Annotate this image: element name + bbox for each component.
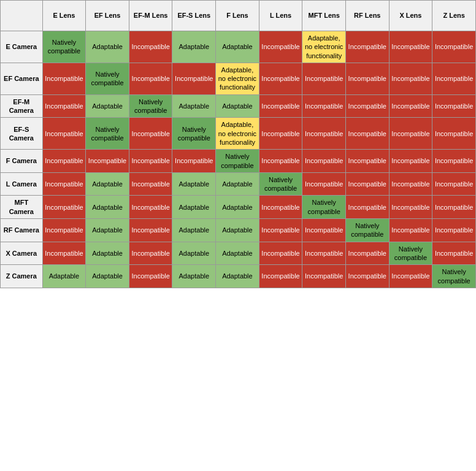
- row-label-mft-camera: MFT Camera: [1, 196, 43, 219]
- cell-8-6: Incompatible: [302, 242, 346, 265]
- table-row: EF CameraIncompatibleNatively compatible…: [1, 63, 476, 94]
- column-header-e-lens: E Lens: [42, 1, 86, 31]
- cell-4-8: Incompatible: [389, 150, 432, 173]
- table-row: X CameraIncompatibleAdaptableIncompatibl…: [1, 242, 476, 265]
- cell-6-7: Incompatible: [345, 196, 389, 219]
- cell-2-1: Adaptable: [86, 94, 129, 118]
- cell-8-0: Incompatible: [42, 242, 86, 265]
- compatibility-table: E LensEF LensEF-M LensEF-S LensF LensL L…: [0, 0, 476, 288]
- table-row: L CameraIncompatibleAdaptableIncompatibl…: [1, 172, 476, 196]
- cell-7-7: Natively compatible: [345, 219, 389, 242]
- cell-7-9: Incompatible: [432, 219, 476, 242]
- cell-9-5: Incompatible: [259, 265, 302, 288]
- cell-7-3: Adaptable: [172, 219, 216, 242]
- row-label-ef-s-camera: EF-S Camera: [1, 118, 43, 150]
- corner-header: [1, 1, 43, 31]
- table-row: Z CameraAdaptableAdaptableIncompatibleAd…: [1, 265, 476, 288]
- cell-7-8: Incompatible: [389, 219, 432, 242]
- cell-5-3: Adaptable: [172, 172, 216, 196]
- row-label-x-camera: X Camera: [1, 242, 43, 265]
- cell-2-4: Adaptable: [216, 94, 259, 118]
- cell-3-7: Incompatible: [345, 118, 389, 150]
- cell-3-2: Incompatible: [129, 118, 172, 150]
- cell-4-3: Incompatible: [172, 150, 216, 173]
- cell-8-2: Incompatible: [129, 242, 172, 265]
- cell-6-9: Incompatible: [432, 196, 476, 219]
- cell-3-9: Incompatible: [432, 118, 476, 150]
- cell-6-5: Incompatible: [259, 196, 302, 219]
- cell-0-5: Incompatible: [259, 31, 302, 63]
- header-row: E LensEF LensEF-M LensEF-S LensF LensL L…: [1, 1, 476, 31]
- table-row: MFT CameraIncompatibleAdaptableIncompati…: [1, 196, 476, 219]
- cell-8-4: Adaptable: [216, 242, 259, 265]
- cell-4-4: Natively compatible: [216, 150, 259, 173]
- row-label-l-camera: L Camera: [1, 172, 43, 196]
- column-header-ef-lens: EF Lens: [86, 1, 129, 31]
- cell-9-6: Incompatible: [302, 265, 346, 288]
- cell-5-9: Incompatible: [432, 172, 476, 196]
- cell-3-8: Incompatible: [389, 118, 432, 150]
- cell-2-6: Incompatible: [302, 94, 346, 118]
- cell-7-0: Incompatible: [42, 219, 86, 242]
- table-row: EF-M CameraIncompatibleAdaptableNatively…: [1, 94, 476, 118]
- cell-6-1: Adaptable: [86, 196, 129, 219]
- cell-2-7: Incompatible: [345, 94, 389, 118]
- cell-4-7: Incompatible: [345, 150, 389, 173]
- cell-4-2: Incompatible: [129, 150, 172, 173]
- cell-6-2: Incompatible: [129, 196, 172, 219]
- column-header-ef-s-lens: EF-S Lens: [172, 1, 216, 31]
- column-header-f-lens: F Lens: [216, 1, 259, 31]
- cell-5-6: Incompatible: [302, 172, 346, 196]
- table-row: RF CameraIncompatibleAdaptableIncompatib…: [1, 219, 476, 242]
- cell-7-4: Adaptable: [216, 219, 259, 242]
- cell-6-0: Incompatible: [42, 196, 86, 219]
- cell-6-6: Natively compatible: [302, 196, 346, 219]
- cell-8-8: Natively compatible: [389, 242, 432, 265]
- cell-7-5: Incompatible: [259, 219, 302, 242]
- cell-4-0: Incompatible: [42, 150, 86, 173]
- cell-9-7: Incompatible: [345, 265, 389, 288]
- row-label-ef-camera: EF Camera: [1, 63, 43, 94]
- cell-9-2: Incompatible: [129, 265, 172, 288]
- cell-8-5: Incompatible: [259, 242, 302, 265]
- column-header-mft-lens: MFT Lens: [302, 1, 346, 31]
- cell-7-6: Incompatible: [302, 219, 346, 242]
- cell-8-7: Incompatible: [345, 242, 389, 265]
- cell-9-9: Natively compatible: [432, 265, 476, 288]
- cell-4-9: Incompatible: [432, 150, 476, 173]
- cell-8-3: Adaptable: [172, 242, 216, 265]
- cell-6-4: Adaptable: [216, 196, 259, 219]
- cell-9-1: Adaptable: [86, 265, 129, 288]
- cell-0-2: Incompatible: [129, 31, 172, 63]
- cell-1-2: Incompatible: [129, 63, 172, 94]
- column-header-l-lens: L Lens: [259, 1, 302, 31]
- cell-3-1: Natively compatible: [86, 118, 129, 150]
- cell-0-8: Incompatible: [389, 31, 432, 63]
- cell-4-5: Incompatible: [259, 150, 302, 173]
- column-header-ef-m-lens: EF-M Lens: [129, 1, 172, 31]
- row-label-e-camera: E Camera: [1, 31, 43, 63]
- cell-1-0: Incompatible: [42, 63, 86, 94]
- table-row: EF-S CameraIncompatibleNatively compatib…: [1, 118, 476, 150]
- table-body: E CameraNatively compatibleAdaptableInco…: [1, 31, 476, 288]
- cell-4-1: Incompatible: [86, 150, 129, 173]
- cell-1-8: Incompatible: [389, 63, 432, 94]
- cell-0-3: Adaptable: [172, 31, 216, 63]
- column-header-rf-lens: RF Lens: [345, 1, 389, 31]
- cell-9-0: Adaptable: [42, 265, 86, 288]
- cell-8-1: Adaptable: [86, 242, 129, 265]
- cell-0-1: Adaptable: [86, 31, 129, 63]
- cell-6-8: Incompatible: [389, 196, 432, 219]
- cell-5-7: Incompatible: [345, 172, 389, 196]
- cell-4-6: Incompatible: [302, 150, 346, 173]
- cell-2-3: Adaptable: [172, 94, 216, 118]
- cell-2-9: Incompatible: [432, 94, 476, 118]
- cell-1-9: Incompatible: [432, 63, 476, 94]
- cell-2-5: Incompatible: [259, 94, 302, 118]
- cell-8-9: Incompatible: [432, 242, 476, 265]
- cell-1-7: Incompatible: [345, 63, 389, 94]
- cell-5-0: Incompatible: [42, 172, 86, 196]
- row-label-ef-m-camera: EF-M Camera: [1, 94, 43, 118]
- table-row: E CameraNatively compatibleAdaptableInco…: [1, 31, 476, 63]
- cell-6-3: Adaptable: [172, 196, 216, 219]
